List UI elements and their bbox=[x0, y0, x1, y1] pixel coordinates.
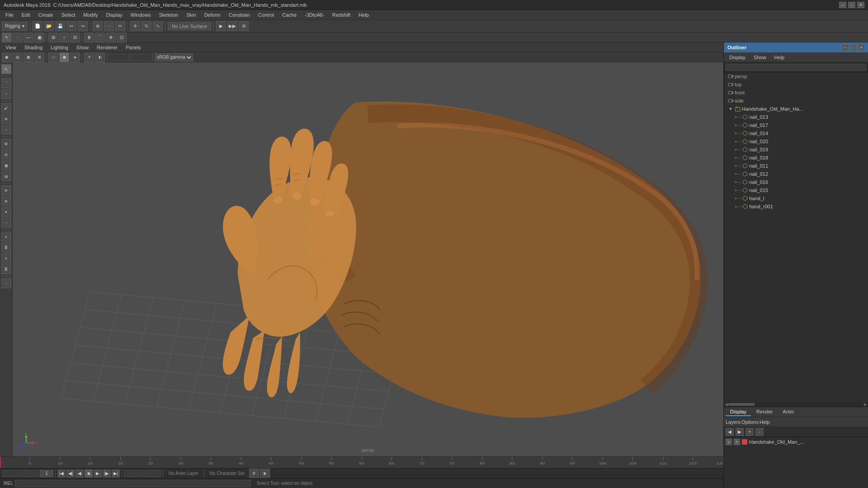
tab-display[interactable]: Display bbox=[726, 408, 751, 416]
menu-deform[interactable]: Deform bbox=[201, 11, 224, 19]
outliner-maximize[interactable]: □ bbox=[850, 44, 856, 51]
paint-button[interactable]: 🖌 bbox=[1, 103, 11, 113]
layer-add-button[interactable]: + bbox=[745, 428, 754, 436]
tab-render[interactable]: Render bbox=[752, 408, 777, 416]
menu-control[interactable]: Control bbox=[255, 11, 278, 19]
anim-settings-button[interactable]: ◉ bbox=[260, 469, 270, 479]
scroll-right-arrow[interactable]: ▶ bbox=[864, 402, 867, 407]
more-button[interactable]: ··· bbox=[1, 278, 11, 288]
viewport-menu-panels[interactable]: Panels bbox=[122, 44, 145, 51]
mel-input[interactable] bbox=[15, 480, 251, 487]
cam-tool-2[interactable]: ▤ bbox=[13, 52, 23, 62]
tree-item-nail012[interactable]: ●— nail_012 bbox=[724, 170, 868, 178]
menu-edit[interactable]: Edit bbox=[18, 11, 34, 19]
rigging-tool-1[interactable]: ⊕ bbox=[1, 185, 11, 195]
viewport-menu-lighting[interactable]: Lighting bbox=[47, 44, 72, 51]
mode-dropdown[interactable]: Rigging ▾ bbox=[2, 22, 28, 31]
scrollbar-thumb-h[interactable] bbox=[728, 403, 755, 406]
scroll-left-arrow[interactable]: ◀ bbox=[725, 402, 728, 407]
menu-3dtoall[interactable]: -3DtoAll- bbox=[301, 11, 328, 19]
sculpt-button[interactable]: ⊕ bbox=[1, 114, 11, 124]
render-sequence-button[interactable]: ▶▶ bbox=[227, 21, 237, 31]
rigging-tool-4[interactable]: ⋯ bbox=[1, 218, 11, 228]
layer-forward-button[interactable]: ▶ bbox=[736, 428, 744, 436]
relax-button[interactable]: ○ bbox=[1, 125, 11, 135]
tree-item-nail016[interactable]: ●— nail_016 bbox=[724, 178, 868, 186]
menu-redshift[interactable]: Redshift bbox=[329, 11, 354, 19]
shading-mode-3[interactable]: ◈ bbox=[70, 52, 80, 62]
frame-total-input[interactable]: 200 bbox=[143, 470, 161, 477]
menu-help[interactable]: Help bbox=[355, 11, 373, 19]
curve-tool-2-button[interactable]: ⌣ bbox=[1, 89, 11, 99]
select-edge-button[interactable]: — bbox=[24, 33, 33, 42]
mesh-tool-3[interactable]: ▦ bbox=[1, 160, 11, 170]
cam-tool-1[interactable]: ▣ bbox=[2, 52, 12, 62]
tree-item-nail017[interactable]: ●— nail_017 bbox=[724, 121, 868, 129]
menu-skin[interactable]: Skin bbox=[183, 11, 199, 19]
select-mode-button[interactable]: ↖ bbox=[1, 64, 11, 74]
jump-to-start-button[interactable]: |◀ bbox=[57, 469, 66, 478]
cam-tool-4[interactable]: ⊞ bbox=[34, 52, 44, 62]
tree-item-front[interactable]: front bbox=[724, 89, 868, 97]
layer-p-button[interactable]: P bbox=[734, 439, 740, 445]
tree-item-nail018[interactable]: ●— nail_018 bbox=[724, 154, 868, 162]
layer-color-swatch[interactable] bbox=[742, 439, 747, 445]
viewport-menu-shading[interactable]: Shading bbox=[21, 44, 46, 51]
transform-button[interactable]: ⊞ bbox=[48, 33, 58, 42]
select-face-button[interactable]: ▣ bbox=[34, 33, 44, 42]
lighting-mode-2[interactable]: ◐ bbox=[95, 52, 105, 62]
open-button[interactable]: 📂 bbox=[44, 21, 54, 31]
cam-tool-3[interactable]: ▦ bbox=[24, 52, 33, 62]
snap-grid-button[interactable]: ⋕ bbox=[84, 33, 94, 42]
new-file-button[interactable]: 📄 bbox=[33, 21, 42, 31]
color-space-dropdown[interactable]: sRGB gamma bbox=[155, 53, 193, 61]
close-button[interactable]: ✕ bbox=[857, 2, 864, 8]
timeline-track[interactable]: 1 5 10 15 20 25 bbox=[0, 457, 723, 468]
tree-item-nail015[interactable]: ●— nail_015 bbox=[724, 186, 868, 194]
frame-end-input[interactable]: 120 bbox=[124, 470, 142, 477]
exposure-input[interactable]: 0.00 bbox=[109, 54, 129, 61]
menu-create[interactable]: Create bbox=[35, 11, 57, 19]
outliner-minimize[interactable]: ─ bbox=[842, 44, 848, 51]
tree-item-nail019[interactable]: ●— nail_019 bbox=[724, 145, 868, 154]
select-tool[interactable]: ⊕ bbox=[93, 21, 103, 31]
outliner-menu-help[interactable]: Help bbox=[771, 54, 788, 61]
scale-tool[interactable]: ⤡ bbox=[153, 21, 163, 31]
select-vertex-button[interactable]: · bbox=[13, 33, 23, 42]
tree-item-nail014[interactable]: ●— nail_014 bbox=[724, 129, 868, 137]
play-back-button[interactable]: ◀ bbox=[75, 469, 84, 478]
3d-viewport[interactable]: X Y Z persp bbox=[13, 62, 723, 456]
play-forward-button[interactable]: ▶ bbox=[94, 469, 102, 478]
menu-windows[interactable]: Windows bbox=[127, 11, 155, 19]
shading-mode-2[interactable]: ◼ bbox=[59, 52, 69, 62]
menu-file[interactable]: File bbox=[2, 11, 17, 19]
menu-constrain[interactable]: Constrain bbox=[225, 11, 254, 19]
menu-display[interactable]: Display bbox=[103, 11, 126, 19]
viewport-menu-view[interactable]: View bbox=[2, 44, 20, 51]
tree-item-side[interactable]: side bbox=[724, 97, 868, 105]
lasso-tool[interactable]: ⋯ bbox=[104, 21, 114, 31]
scrollbar-track[interactable] bbox=[728, 403, 864, 406]
extra-tool-4[interactable]: ≣ bbox=[1, 264, 11, 274]
save-button[interactable]: 💾 bbox=[55, 21, 65, 31]
tree-item-nail020[interactable]: ●— nail_020 bbox=[724, 137, 868, 145]
subtab-layers[interactable]: Layers bbox=[726, 419, 741, 425]
gamma-input[interactable]: 1.00 bbox=[130, 54, 151, 61]
snap-curve-button[interactable]: ⌒ bbox=[95, 33, 105, 42]
viewport-menu-show[interactable]: Show bbox=[73, 44, 93, 51]
shading-mode-1[interactable]: ◻ bbox=[48, 52, 58, 62]
outliner-menu-show[interactable]: Show bbox=[750, 54, 770, 61]
lighting-mode-1[interactable]: ☀ bbox=[84, 52, 94, 62]
tree-item-nail011[interactable]: ●— nail_011 bbox=[724, 162, 868, 170]
extra-tool-1[interactable]: ≡ bbox=[1, 232, 11, 242]
curve-tool-button[interactable]: ⌒ bbox=[1, 78, 11, 88]
menu-skeleton[interactable]: Skeleton bbox=[155, 11, 182, 19]
outliner-menu-display[interactable]: Display bbox=[726, 54, 749, 61]
tree-item-nail013[interactable]: ●— nail_013 bbox=[724, 113, 868, 121]
menu-modify[interactable]: Modify bbox=[80, 11, 101, 19]
extra-tool-2[interactable]: ≣ bbox=[1, 243, 11, 253]
frame-current-input[interactable]: 1 bbox=[21, 470, 39, 477]
outliner-search-input[interactable] bbox=[726, 64, 866, 71]
render-settings-button[interactable]: ⚙ bbox=[239, 21, 249, 31]
menu-select[interactable]: Select bbox=[58, 11, 79, 19]
